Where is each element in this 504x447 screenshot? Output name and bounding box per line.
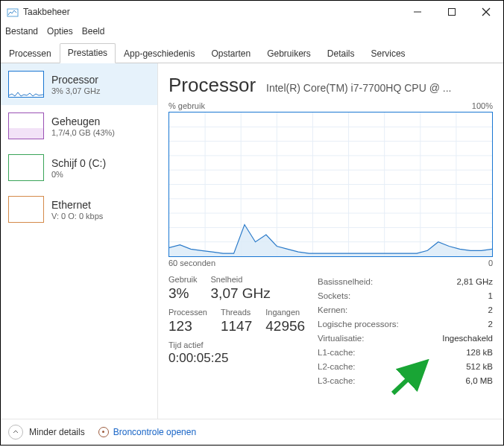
sidebar-item-sub: 0% (51, 170, 106, 179)
tab-services[interactable]: Services (363, 44, 414, 63)
menubar: Bestand Opties Beeld (1, 23, 503, 39)
tab-details[interactable]: Details (319, 44, 363, 63)
svg-rect-2 (449, 9, 456, 16)
svg-rect-5 (9, 128, 43, 139)
app-icon (7, 6, 19, 18)
menu-options[interactable]: Opties (47, 26, 73, 37)
tab-apphistory[interactable]: App-geschiedenis (116, 44, 203, 63)
sidebar-item-memory[interactable]: Geheugen 1,7/4,0 GB (43%) (1, 105, 157, 147)
sidebar-item-label: Processor (51, 74, 100, 86)
usage-value: 3% (168, 285, 198, 302)
chevron-down-icon[interactable] (8, 425, 23, 440)
sidebar-item-ethernet[interactable]: Ethernet V: 0 O: 0 kbps (1, 188, 157, 230)
tabstrip: Processen Prestaties App-geschiedenis Op… (1, 42, 503, 63)
sidebar-item-label: Schijf 0 (C:) (51, 157, 106, 169)
resource-monitor-icon (98, 427, 109, 437)
usage-label: Gebruik (168, 275, 198, 284)
l2-value: 512 kB (466, 360, 493, 374)
sockets-label: Sockets: (318, 289, 350, 303)
cpu-usage-chart[interactable] (168, 112, 493, 257)
stats-left: Gebruik 3% Snelheid 3,07 GHz Processen 1… (168, 275, 318, 388)
l1-label: L1-cache: (318, 346, 356, 360)
body: Processor 3% 3,07 GHz Geheugen 1,7/4,0 G… (1, 63, 503, 419)
sidebar-item-sub: 3% 3,07 GHz (51, 86, 100, 95)
cpu-thumbnail-icon (8, 71, 44, 98)
sidebar-item-processor[interactable]: Processor 3% 3,07 GHz (1, 63, 157, 105)
threads-label: Threads (221, 308, 252, 317)
performance-main: Processor Intel(R) Core(TM) i7-7700HQ CP… (158, 63, 503, 419)
l3-label: L3-cache: (318, 374, 356, 388)
speed-value: 3,07 GHz (211, 285, 271, 302)
disk-thumbnail-icon (8, 154, 44, 181)
processes-value: 123 (168, 318, 207, 335)
maximize-button[interactable] (435, 1, 469, 23)
chart-ymax: 100% (472, 101, 493, 110)
virt-value: Ingeschakeld (442, 332, 493, 346)
tab-performance[interactable]: Prestaties (60, 43, 116, 63)
window-title: Taakbeheer (23, 7, 70, 17)
processes-label: Processen (168, 308, 207, 317)
menu-file[interactable]: Bestand (5, 26, 38, 37)
tab-users[interactable]: Gebruikers (259, 44, 319, 63)
tab-startup[interactable]: Opstarten (203, 44, 259, 63)
ethernet-thumbnail-icon (8, 196, 44, 223)
threads-value: 1147 (221, 318, 252, 335)
l3-value: 6,0 MB (466, 374, 493, 388)
handles-value: 42956 (265, 318, 305, 335)
handles-label: Ingangen (265, 308, 305, 317)
chart-xlabel: 60 seconden (168, 259, 215, 267)
cpu-model-name: Intel(R) Core(TM) i7-7700HQ CPU @ ... (266, 82, 493, 94)
sidebar-item-sub: 1,7/4,0 GB (43%) (51, 128, 115, 137)
close-button[interactable] (469, 1, 503, 23)
minimize-button[interactable] (400, 1, 435, 23)
memory-thumbnail-icon (8, 112, 44, 139)
page-title: Processor (168, 74, 256, 97)
stats-right: Basissnelheid:2,81 GHz Sockets:1 Kernen:… (318, 275, 493, 388)
cores-label: Kernen: (318, 303, 347, 317)
uptime-value: 0:00:05:25 (168, 351, 318, 366)
speed-label: Snelheid (211, 275, 271, 284)
l2-label: L2-cache: (318, 360, 356, 374)
logical-label: Logische processors: (318, 317, 399, 332)
sidebar-item-label: Geheugen (51, 115, 115, 127)
open-resource-monitor-label: Broncontrole openen (113, 427, 196, 437)
logical-value: 2 (488, 317, 493, 332)
less-details-button[interactable]: Minder details (29, 427, 85, 437)
sidebar-item-label: Ethernet (51, 199, 103, 211)
menu-view[interactable]: Beeld (82, 26, 105, 37)
footer: Minder details Broncontrole openen (1, 419, 503, 445)
basespeed-value: 2,81 GHz (456, 275, 493, 289)
uptime-label: Tijd actief (168, 340, 318, 349)
sidebar-item-disk[interactable]: Schijf 0 (C:) 0% (1, 147, 157, 188)
basespeed-label: Basissnelheid: (318, 275, 373, 289)
chart-xmin: 0 (488, 259, 493, 267)
chart-ylabel: % gebruik (168, 101, 205, 110)
titlebar: Taakbeheer (1, 1, 503, 23)
sidebar-item-sub: V: 0 O: 0 kbps (51, 212, 103, 221)
open-resource-monitor-link[interactable]: Broncontrole openen (98, 427, 196, 437)
sockets-value: 1 (488, 289, 493, 303)
virt-label: Virtualisatie: (318, 332, 364, 346)
performance-sidebar: Processor 3% 3,07 GHz Geheugen 1,7/4,0 G… (1, 63, 158, 419)
cores-value: 2 (488, 303, 493, 317)
window-controls (400, 1, 503, 23)
tab-processes[interactable]: Processen (1, 44, 60, 63)
task-manager-window: Taakbeheer Bestand Opties Beeld Processe… (0, 0, 504, 446)
l1-value: 128 kB (466, 346, 493, 360)
